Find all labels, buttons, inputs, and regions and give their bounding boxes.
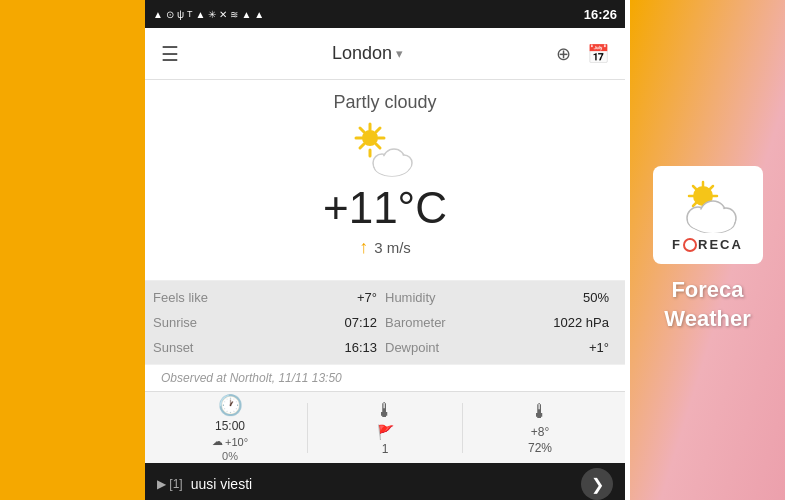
svg-line-24 xyxy=(710,186,713,189)
tab-humidity-3: 72% xyxy=(528,441,552,455)
svg-point-33 xyxy=(717,210,735,228)
tab-hourly-3[interactable]: 🌡 +8° 72% xyxy=(463,396,617,459)
sunset-row: Sunset 16:13 xyxy=(153,337,385,358)
sunset-value: 16:13 xyxy=(344,340,377,355)
temperature-display: +11°C xyxy=(161,183,609,233)
humidity-value: 50% xyxy=(583,290,609,305)
foreca-logo-box: F RECA xyxy=(653,166,763,264)
dewpoint-row: Dewpoint +1° xyxy=(385,337,617,358)
app-bar-actions: ⊕ 📅 xyxy=(556,43,609,65)
barometer-row: Barometer 1022 hPa xyxy=(385,312,617,333)
foreca-o xyxy=(683,238,697,252)
tab-temp-1: +10° xyxy=(225,436,248,448)
weather-icon-container xyxy=(161,121,609,179)
humidity-row: Humidity 50% xyxy=(385,287,617,308)
tab-temp-3: +8° xyxy=(531,425,549,439)
svg-line-6 xyxy=(376,128,380,132)
foreca-logo-svg xyxy=(668,178,748,233)
usb-icon: ψ xyxy=(177,9,184,20)
weather-details: Feels like +7° Humidity 50% Sunrise 07:1… xyxy=(145,280,625,364)
alert-icon: ▲ xyxy=(153,9,163,20)
mute-icon: ✕ xyxy=(219,9,227,20)
foreca-f: F xyxy=(672,237,682,252)
bluetooth-icon: ✳ xyxy=(208,9,216,20)
weather-condition-text: Partly cloudy xyxy=(161,92,609,113)
dewpoint-label: Dewpoint xyxy=(385,340,439,355)
calendar-icon[interactable]: 📅 xyxy=(587,43,609,65)
sunrise-row: Sunrise 07:12 xyxy=(153,312,385,333)
svg-point-16 xyxy=(397,157,411,171)
sunrise-value: 07:12 xyxy=(344,315,377,330)
dewpoint-value: +1° xyxy=(589,340,609,355)
signal-t-icon: T xyxy=(187,9,193,19)
feels-like-row: Feels like +7° xyxy=(153,287,385,308)
sunrise-label: Sunrise xyxy=(153,315,197,330)
notification-bar: ▶ [1] uusi viesti ❯ xyxy=(145,463,625,500)
cloud-icon-small: ☁ xyxy=(212,435,223,448)
barometer-label: Barometer xyxy=(385,315,446,330)
signal-bar1: ▲ xyxy=(241,9,251,20)
foreca-panel: F RECA ForecaWeather xyxy=(630,0,785,500)
notification-text: uusi viesti xyxy=(191,476,573,492)
foreca-wordmark: F RECA xyxy=(672,237,743,252)
shield-icon: ⊙ xyxy=(166,9,174,20)
status-icons-left: ▲ ⊙ ψ T ▲ ✳ ✕ ≋ ▲ ▲ xyxy=(153,9,264,20)
wind-speed: 3 m/s xyxy=(374,239,411,256)
tab-time-1: 15:00 xyxy=(215,419,245,433)
signal-bar2: ▲ xyxy=(254,9,264,20)
tab-precip-1: 0% xyxy=(222,450,238,462)
clock-icon: 🕐 xyxy=(218,393,243,417)
left-wall-background xyxy=(0,0,145,500)
phone-device: ▲ ⊙ ψ T ▲ ✳ ✕ ≋ ▲ ▲ 16:26 ☰ London ▾ ⊕ 📅… xyxy=(145,0,625,500)
tab-wind-num: 1 xyxy=(382,442,389,456)
status-time: 16:26 xyxy=(584,7,617,22)
humidity-label: Humidity xyxy=(385,290,436,305)
bottom-tab-bar: 🕐 15:00 ☁ +10° 0% 🌡 🚩 1 🌡 +8° 72% xyxy=(145,391,625,463)
city-name: London xyxy=(332,43,392,64)
notification-arrow-button[interactable]: ❯ xyxy=(581,468,613,500)
wind-row: ↑ 3 m/s xyxy=(161,237,609,258)
foreca-reca: RECA xyxy=(698,237,743,252)
thermometer-icon-2: 🌡 xyxy=(530,400,550,423)
weather-main: Partly cloudy xyxy=(145,80,625,280)
city-selector[interactable]: London ▾ xyxy=(195,43,540,64)
menu-button[interactable]: ☰ xyxy=(161,42,179,66)
android-icon: ▲ xyxy=(196,9,206,20)
arrow-right-icon: ❯ xyxy=(591,475,604,494)
location-icon[interactable]: ⊕ xyxy=(556,43,571,65)
tab-hourly-1[interactable]: 🕐 15:00 ☁ +10° 0% xyxy=(153,391,307,463)
svg-line-25 xyxy=(693,203,696,206)
feels-like-value: +7° xyxy=(357,290,377,305)
svg-line-5 xyxy=(376,144,380,148)
tab-flag-icon: 🚩 xyxy=(377,424,394,440)
barometer-value: 1022 hPa xyxy=(553,315,609,330)
svg-point-8 xyxy=(362,130,378,146)
notification-prefix: ▶ [1] xyxy=(157,477,183,491)
partly-cloudy-icon xyxy=(350,120,420,180)
chevron-down-icon: ▾ xyxy=(396,46,403,61)
svg-line-22 xyxy=(693,186,696,189)
svg-line-7 xyxy=(360,144,364,148)
wifi-icon: ≋ xyxy=(230,9,238,20)
app-bar: ☰ London ▾ ⊕ 📅 xyxy=(145,28,625,80)
foreca-brand-text: ForecaWeather xyxy=(664,276,750,333)
feels-like-label: Feels like xyxy=(153,290,208,305)
observed-line: Observed at Northolt, 11/11 13:50 xyxy=(145,364,625,391)
wind-arrow-icon: ↑ xyxy=(359,237,368,258)
sunset-label: Sunset xyxy=(153,340,193,355)
thermometer-icon: 🌡 xyxy=(375,399,395,422)
svg-line-4 xyxy=(360,128,364,132)
status-bar: ▲ ⊙ ψ T ▲ ✳ ✕ ≋ ▲ ▲ 16:26 xyxy=(145,0,625,28)
tab-weather-sub-1: ☁ +10° xyxy=(212,435,248,448)
tab-hourly-2[interactable]: 🌡 🚩 1 xyxy=(308,395,462,460)
